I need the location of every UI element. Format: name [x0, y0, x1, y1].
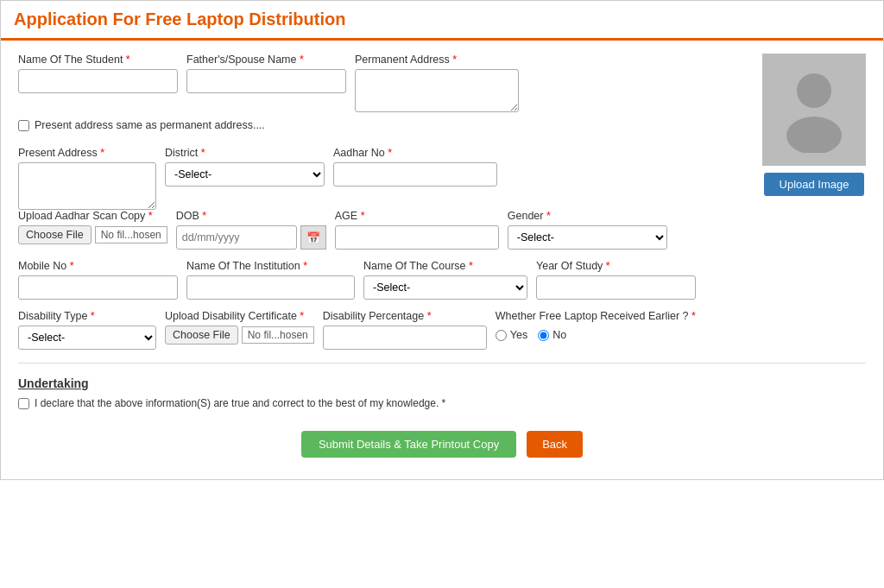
student-name-group: Name Of The Student * — [18, 54, 178, 112]
disability-file-wrapper: Choose File No fil...hosen — [165, 326, 314, 345]
disability-percentage-input[interactable] — [323, 326, 487, 350]
gender-label: Gender * — [508, 210, 667, 222]
district-group: District * -Select- District 1 District … — [165, 147, 325, 210]
disability-type-group: Disability Type * -Select- Visual Hearin… — [18, 310, 156, 350]
undertaking-title: Undertaking — [18, 376, 866, 390]
radio-no-label[interactable]: No — [538, 329, 566, 341]
upload-disability-group: Upload Disability Certificate * Choose F… — [165, 310, 314, 345]
upload-aadhar-label: Upload Aadhar Scan Copy * — [18, 210, 167, 222]
photo-section: Upload Image — [762, 54, 866, 196]
disability-type-label: Disability Type * — [18, 310, 156, 322]
svg-point-0 — [797, 73, 831, 108]
course-name-group: Name Of The Course * -Select- B.Tech M.T… — [363, 260, 527, 300]
present-address-input[interactable] — [18, 162, 156, 210]
present-address-group: Present Address * — [18, 147, 156, 210]
disability-file-name: No fil...hosen — [242, 326, 314, 344]
undertaking-checkbox[interactable] — [18, 398, 29, 409]
aadhar-no-input[interactable] — [333, 162, 497, 187]
page-wrapper: Application For Free Laptop Distribution… — [0, 0, 884, 480]
present-address-label: Present Address * — [18, 147, 156, 159]
aadhar-choose-file-btn[interactable]: Choose File — [18, 225, 92, 244]
disability-percentage-group: Disability Percentage * — [323, 310, 487, 350]
same-address-label[interactable]: Present address same as permanent addres… — [35, 119, 265, 131]
top-section: Name Of The Student * Father's/Spouse Na… — [18, 54, 866, 210]
aadhar-no-label: Aadhar No * — [333, 147, 497, 159]
age-label: AGE * — [335, 210, 499, 222]
aadhar-no-group: Aadhar No * — [333, 147, 497, 210]
course-name-label: Name Of The Course * — [363, 260, 527, 272]
district-label: District * — [165, 147, 325, 159]
permanent-address-label: Permanent Address * — [355, 54, 519, 66]
undertaking-check-row: I declare that the above information(S) … — [18, 397, 866, 409]
institution-name-label: Name Of The Institution * — [186, 260, 355, 272]
year-of-study-input[interactable] — [536, 275, 696, 300]
photo-placeholder — [762, 54, 866, 166]
same-address-checkbox[interactable] — [18, 120, 29, 131]
dob-group: DOB * 📅 — [176, 210, 326, 250]
undertaking-section: Undertaking I declare that the above inf… — [18, 376, 866, 418]
upload-disability-label: Upload Disability Certificate * — [165, 310, 314, 322]
institution-name-input[interactable] — [186, 275, 355, 300]
permanent-address-group: Permanent Address * — [355, 54, 519, 112]
dob-label: DOB * — [176, 210, 326, 222]
aadhar-file-wrapper: Choose File No fil...hosen — [18, 225, 167, 244]
gender-select[interactable]: -Select- Male Female Other — [508, 225, 667, 250]
undertaking-text[interactable]: I declare that the above information(S) … — [35, 397, 445, 409]
row-2: Present Address * District * -Select- Di… — [18, 147, 762, 210]
section-divider — [18, 363, 866, 364]
row-3: Upload Aadhar Scan Copy * Choose File No… — [18, 210, 866, 250]
student-name-input[interactable] — [18, 69, 178, 93]
radio-yes[interactable] — [496, 330, 507, 341]
radio-yes-label[interactable]: Yes — [496, 329, 527, 341]
avatar-icon — [780, 66, 849, 153]
row-4: Mobile No * Name Of The Institution * Na… — [18, 260, 866, 300]
father-name-group: Father's/Spouse Name * — [186, 54, 346, 112]
father-name-label: Father's/Spouse Name * — [186, 54, 346, 66]
free-laptop-radio-group: Yes No — [496, 329, 696, 341]
page-title: Application For Free Laptop Distribution — [14, 9, 870, 29]
mobile-no-group: Mobile No * — [18, 260, 178, 300]
disability-percentage-label: Disability Percentage * — [323, 310, 487, 322]
upload-aadhar-group: Upload Aadhar Scan Copy * Choose File No… — [18, 210, 167, 244]
top-fields: Name Of The Student * Father's/Spouse Na… — [18, 54, 762, 210]
institution-name-group: Name Of The Institution * — [186, 260, 355, 300]
row-5: Disability Type * -Select- Visual Hearin… — [18, 310, 866, 350]
age-input[interactable] — [335, 225, 499, 250]
year-of-study-group: Year Of Study * — [536, 260, 696, 300]
form-body: Name Of The Student * Father's/Spouse Na… — [1, 41, 883, 479]
back-button[interactable]: Back — [527, 431, 583, 458]
calendar-icon[interactable]: 📅 — [300, 225, 326, 250]
row-1: Name Of The Student * Father's/Spouse Na… — [18, 54, 762, 112]
dob-wrapper: 📅 — [176, 225, 326, 250]
father-name-input[interactable] — [186, 69, 346, 93]
permanent-address-input[interactable] — [355, 69, 519, 112]
upload-image-button[interactable]: Upload Image — [764, 173, 865, 196]
aadhar-file-name: No fil...hosen — [95, 226, 167, 243]
gender-group: Gender * -Select- Male Female Other — [508, 210, 667, 250]
disability-choose-file-btn[interactable]: Choose File — [165, 326, 238, 345]
mobile-no-label: Mobile No * — [18, 260, 178, 272]
age-group: AGE * — [335, 210, 499, 250]
svg-point-1 — [786, 117, 842, 153]
year-of-study-label: Year Of Study * — [536, 260, 696, 272]
disability-type-select[interactable]: -Select- Visual Hearing Locomotor — [18, 326, 156, 350]
header: Application For Free Laptop Distribution — [1, 1, 883, 41]
dob-input[interactable] — [176, 225, 297, 250]
student-name-label: Name Of The Student * — [18, 54, 178, 66]
free-laptop-label: Whether Free Laptop Received Earlier ? * — [496, 310, 696, 322]
course-select[interactable]: -Select- B.Tech M.Tech B.Sc — [363, 275, 527, 300]
free-laptop-group: Whether Free Laptop Received Earlier ? *… — [496, 310, 696, 341]
form-actions: Submit Details & Take Printout Copy Back — [18, 418, 866, 466]
same-address-row: Present address same as permanent addres… — [18, 119, 762, 131]
district-select[interactable]: -Select- District 1 District 2 — [165, 162, 325, 187]
radio-no[interactable] — [538, 330, 549, 341]
mobile-no-input[interactable] — [18, 275, 178, 300]
submit-button[interactable]: Submit Details & Take Printout Copy — [301, 431, 516, 458]
